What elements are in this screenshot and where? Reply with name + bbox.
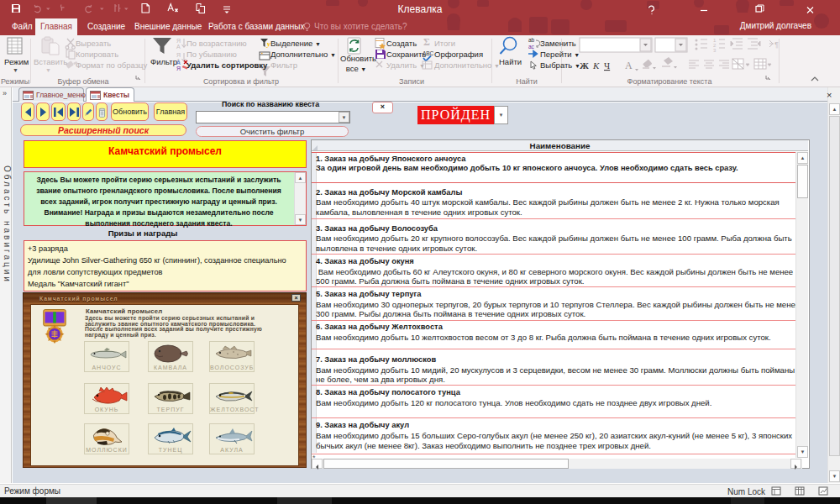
svg-text:ac: ac bbox=[528, 44, 535, 50]
svg-text:3: 3 bbox=[713, 48, 717, 53]
svg-text:К: К bbox=[592, 60, 600, 71]
svg-text:¶: ¶ bbox=[774, 40, 779, 49]
svg-text:Я: Я bbox=[176, 38, 181, 44]
svg-text:Σ: Σ bbox=[423, 36, 430, 48]
svg-text:А: А bbox=[625, 60, 633, 71]
svg-text:ab: ab bbox=[528, 37, 535, 43]
svg-text:Я: Я bbox=[176, 66, 181, 71]
svg-text:А: А bbox=[176, 44, 181, 50]
svg-text:Ч: Ч bbox=[604, 60, 610, 71]
svg-text:Ж: Ж bbox=[580, 60, 589, 71]
